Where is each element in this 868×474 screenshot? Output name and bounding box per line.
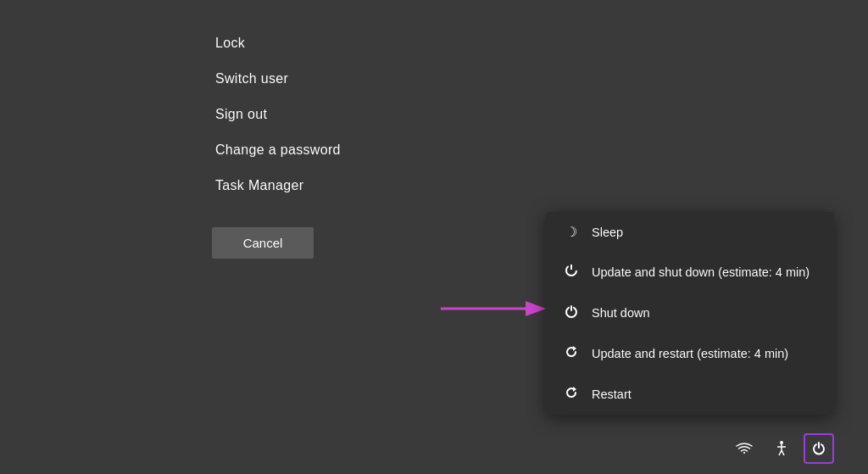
- menu-item-change-password[interactable]: Change a password: [212, 132, 344, 168]
- power-item-update-shutdown-label: Update and shut down (estimate: 4 min): [592, 265, 810, 279]
- menu-item-lock[interactable]: Lock: [212, 25, 344, 61]
- power-item-sleep[interactable]: ☽ Sleep: [546, 212, 834, 252]
- menu-item-sign-out[interactable]: Sign out: [212, 97, 344, 132]
- main-menu: Lock Switch user Sign out Change a passw…: [212, 25, 344, 259]
- restart-icon-update-restart: [563, 345, 580, 362]
- power-item-update-restart[interactable]: Update and restart (estimate: 4 min): [546, 333, 834, 374]
- power-item-shutdown[interactable]: Shut down: [546, 293, 834, 333]
- cancel-button[interactable]: Cancel: [212, 227, 314, 259]
- moon-icon: ☽: [563, 224, 580, 240]
- power-item-update-restart-label: Update and restart (estimate: 4 min): [592, 347, 788, 360]
- power-button-taskbar[interactable]: [804, 433, 834, 464]
- power-submenu: ☽ Sleep Update and shut down (estimate: …: [546, 212, 834, 415]
- svg-marker-4: [573, 346, 576, 351]
- svg-rect-3: [570, 265, 572, 270]
- menu-item-switch-user[interactable]: Switch user: [212, 61, 344, 97]
- annotation-arrow: [441, 292, 551, 326]
- svg-point-6: [780, 441, 783, 444]
- wifi-icon[interactable]: [729, 433, 760, 464]
- power-item-update-shutdown[interactable]: Update and shut down (estimate: 4 min): [546, 252, 834, 293]
- svg-line-9: [779, 450, 782, 455]
- accessibility-icon[interactable]: [766, 433, 797, 464]
- power-item-restart-label: Restart: [592, 388, 632, 401]
- menu-item-task-manager[interactable]: Task Manager: [212, 168, 344, 204]
- power-item-shutdown-label: Shut down: [592, 306, 650, 320]
- power-icon-shutdown: [563, 304, 580, 321]
- svg-line-10: [782, 450, 784, 455]
- taskbar-icons: [729, 433, 834, 464]
- restart-icon-restart: [563, 386, 580, 403]
- power-item-sleep-label: Sleep: [592, 226, 623, 239]
- power-item-restart[interactable]: Restart: [546, 374, 834, 415]
- svg-marker-5: [573, 387, 576, 392]
- power-icon-update-shutdown: [563, 264, 580, 281]
